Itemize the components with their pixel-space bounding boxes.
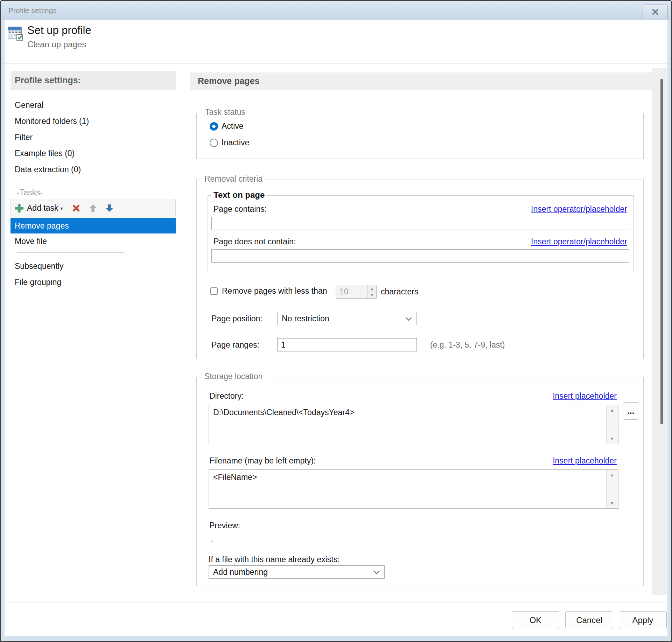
sidebar-main-divider — [181, 71, 181, 596]
page-position-dropdown[interactable]: No restriction — [277, 312, 417, 325]
triangle-up-icon: ▲ — [370, 287, 374, 291]
page-ranges-label: Page ranges: — [211, 338, 259, 351]
scroll-up-icon[interactable]: ▲ — [607, 472, 618, 477]
scroll-down-icon[interactable]: ▼ — [607, 501, 618, 506]
profile-window-icon — [7, 25, 24, 42]
page-not-contains-label: Page does not contain: — [214, 236, 296, 247]
min-chars-value[interactable]: 10 — [336, 285, 368, 298]
main-scrollbar-track[interactable] — [652, 68, 667, 595]
chevron-down-icon — [406, 315, 412, 321]
title-bar[interactable]: Profile settings — [1, 1, 671, 20]
profile-settings-dialog: Profile settings Set up profile Clean up… — [0, 0, 672, 642]
task-toolbar: Add task ▾ — [10, 199, 176, 217]
filename-scrollbar[interactable]: ▲ ▼ — [606, 470, 618, 508]
dialog-body: Set up profile Clean up pages Profile se… — [5, 20, 667, 636]
spinner-buttons: ▲ ▼ — [368, 285, 376, 298]
task-item-move-file[interactable]: Move file — [10, 233, 176, 249]
filename-label: Filename (may be left empty): — [209, 455, 316, 467]
main-panel-header: Remove pages — [190, 72, 652, 90]
sidebar-item-monitored-folders[interactable]: Monitored folders (1) — [10, 113, 176, 129]
sidebar-header-label: Profile settings: — [15, 75, 176, 85]
browse-directory-button[interactable]: ... — [623, 402, 639, 420]
filename-value: <FileName> — [213, 473, 257, 482]
sidebar-item-file-grouping[interactable]: File grouping — [10, 274, 176, 290]
page-subtitle: Clean up pages — [27, 40, 86, 49]
main-scrollbar-thumb[interactable] — [660, 79, 663, 424]
file-exists-value: Add numbering — [213, 567, 268, 577]
move-down-icon[interactable] — [105, 204, 114, 212]
text-on-page-group: Text on page Page contains: Insert opera… — [208, 195, 634, 272]
add-task-button[interactable]: Add task ▾ — [14, 203, 64, 213]
min-chars-checkbox[interactable] — [210, 287, 218, 295]
window-title: Profile settings — [8, 1, 57, 20]
directory-textbox[interactable]: D:\Documents\Cleaned\<TodaysYear4> ▲ ▼ — [209, 405, 618, 444]
insert-placeholder-link-filename[interactable]: Insert placeholder — [553, 455, 617, 467]
sidebar-item-subsequently[interactable]: Subsequently — [10, 258, 176, 274]
ellipsis-icon: ... — [628, 406, 634, 416]
task-status-legend: Task status — [202, 107, 248, 117]
storage-location-legend: Storage location — [202, 372, 265, 381]
chevron-down-icon — [374, 568, 380, 574]
preview-value: - — [211, 535, 214, 547]
storage-location-group: Storage location Directory: Insert place… — [196, 377, 644, 586]
task-status-group: Task status Active Inactive — [196, 113, 644, 159]
task-list-divider — [17, 252, 125, 253]
insert-operator-link-not-contains[interactable]: Insert operator/placeholder — [531, 236, 627, 247]
page-not-contains-input[interactable] — [211, 249, 629, 263]
radio-option-inactive[interactable]: Inactive — [210, 138, 249, 147]
sidebar-item-filter[interactable]: Filter — [10, 129, 176, 145]
delete-task-icon[interactable] — [71, 203, 81, 213]
min-chars-suffix: characters — [381, 285, 418, 299]
radio-active-label: Active — [222, 121, 244, 131]
page-position-label: Page position: — [211, 312, 262, 325]
radio-unselected-icon[interactable] — [210, 139, 218, 147]
chevron-down-icon: ▾ — [61, 205, 63, 211]
sidebar-item-example-files[interactable]: Example files (0) — [10, 145, 176, 161]
close-button[interactable] — [643, 5, 668, 19]
main-panel-title: Remove pages — [198, 76, 652, 86]
spin-up-button[interactable]: ▲ — [368, 285, 376, 292]
page-position-value: No restriction — [282, 314, 329, 323]
apply-button[interactable]: Apply — [619, 611, 667, 629]
page-contains-input[interactable] — [211, 217, 629, 230]
page-ranges-input[interactable] — [277, 338, 417, 351]
radio-option-active[interactable]: Active — [210, 121, 244, 131]
removal-criteria-legend: Removal criteria — [202, 174, 265, 184]
sidebar-header: Profile settings: — [10, 71, 176, 90]
sidebar-item-data-extraction[interactable]: Data extraction (0) — [10, 161, 176, 177]
tasks-section-label: -Tasks- — [17, 184, 43, 201]
add-task-label: Add task — [27, 203, 58, 213]
move-up-icon[interactable] — [89, 204, 97, 212]
directory-value: D:\Documents\Cleaned\<TodaysYear4> — [213, 408, 354, 417]
preview-label: Preview: — [209, 519, 240, 531]
page-title: Set up profile — [27, 24, 91, 37]
ok-button[interactable]: OK — [512, 611, 559, 629]
radio-inactive-label: Inactive — [222, 138, 249, 147]
min-chars-spinner[interactable]: 10 ▲ ▼ — [336, 285, 377, 299]
header-divider — [5, 63, 667, 64]
min-chars-label: Remove pages with less than — [222, 286, 327, 296]
spin-down-button[interactable]: ▼ — [368, 292, 376, 298]
sidebar-item-general[interactable]: General — [10, 97, 176, 113]
cancel-button[interactable]: Cancel — [565, 611, 613, 629]
directory-scrollbar[interactable]: ▲ ▼ — [606, 405, 618, 444]
scroll-up-icon[interactable]: ▲ — [607, 407, 618, 413]
filename-textbox[interactable]: <FileName> ▲ ▼ — [209, 469, 618, 509]
file-exists-label: If a file with this name already exists: — [209, 553, 340, 565]
task-item-remove-pages[interactable]: Remove pages — [10, 218, 176, 233]
page-contains-label: Page contains: — [214, 203, 267, 215]
plus-icon — [14, 203, 24, 213]
file-exists-dropdown[interactable]: Add numbering — [209, 565, 385, 579]
min-chars-row: Remove pages with less than — [210, 284, 327, 298]
close-icon — [652, 9, 659, 15]
insert-operator-link-contains[interactable]: Insert operator/placeholder — [531, 203, 627, 215]
scroll-down-icon[interactable]: ▼ — [607, 436, 618, 441]
page-ranges-hint: (e.g. 1-3, 5, 7-9, last) — [430, 338, 505, 351]
removal-criteria-group: Removal criteria Text on page Page conta… — [196, 180, 644, 359]
footer-divider — [5, 602, 667, 602]
triangle-down-icon: ▼ — [370, 293, 374, 297]
insert-placeholder-link-directory[interactable]: Insert placeholder — [553, 390, 617, 402]
radio-selected-icon[interactable] — [210, 122, 218, 131]
directory-label: Directory: — [209, 390, 244, 402]
text-on-page-legend: Text on page — [211, 190, 267, 200]
